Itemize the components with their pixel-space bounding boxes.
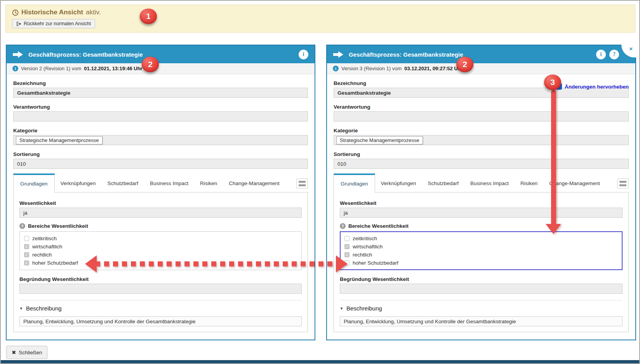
dashed-double-arrow bbox=[85, 255, 348, 272]
logout-icon bbox=[16, 21, 21, 26]
tab-bar: Grundlagen Verknüpfungen Schutzbedarf Bu… bbox=[13, 173, 308, 192]
window-bottom-edge bbox=[1, 360, 639, 363]
begruendung-field[interactable] bbox=[19, 284, 302, 294]
beschreibung-collapse-header[interactable]: ▼ Beschreibung bbox=[340, 305, 623, 312]
checkbox-label: rechtlich bbox=[32, 252, 52, 258]
panel-title: Geschäftsprozess: Gesamtbankstrategie bbox=[349, 51, 463, 58]
banner-title: Historische Ansicht bbox=[21, 9, 83, 16]
begruendung-label: Begründung Wesentlichkeit bbox=[19, 276, 302, 282]
tab-verknuepfungen[interactable]: Verknüpfungen bbox=[375, 175, 422, 192]
kategorie-field[interactable]: Strategische Managementprozesse bbox=[334, 135, 629, 145]
return-to-normal-view-button[interactable]: Rückkehr zur normalen Ansicht bbox=[12, 19, 95, 28]
version-datetime: 03.12.2021, 09:27:52 Uhr bbox=[404, 66, 463, 71]
kategorie-label: Kategorie bbox=[13, 128, 308, 133]
info-icon[interactable]: i bbox=[596, 50, 606, 59]
tab-content-grundlagen: Wesentlichkeit ja ? Bereiche Wesentlichk… bbox=[334, 192, 629, 332]
checkbox-label: hoher Schutzbedarf bbox=[32, 260, 78, 266]
wesentlichkeit-field[interactable]: ja bbox=[340, 208, 623, 218]
sortierung-label: Sortierung bbox=[13, 151, 308, 157]
begruendung-field[interactable] bbox=[340, 284, 623, 294]
panel-version-2: Geschäftsprozess: Gesamtbankstrategie i … bbox=[6, 45, 315, 340]
panel-header: Geschäftsprozess: Gesamtbankstrategie i bbox=[7, 45, 315, 63]
tab-menu-icon[interactable] bbox=[617, 179, 629, 189]
banner-heading: Historische Ansicht aktiv. bbox=[12, 9, 629, 16]
collapse-triangle-icon: ▼ bbox=[340, 307, 343, 310]
tab-verknuepfungen[interactable]: Verknüpfungen bbox=[55, 175, 102, 192]
close-button[interactable]: ✖ Schließen bbox=[6, 346, 47, 359]
historical-view-banner: Historische Ansicht aktiv. Rückkehr zur … bbox=[5, 5, 635, 33]
banner-title-suffix: aktiv. bbox=[86, 9, 101, 16]
wesentlichkeit-field[interactable]: ja bbox=[19, 208, 302, 218]
tab-change-management[interactable]: Change-Management bbox=[223, 175, 285, 192]
checkbox-wirtschaftlich[interactable]: ✓ bbox=[24, 244, 29, 249]
kategorie-chip[interactable]: Strategische Managementprozesse bbox=[16, 136, 103, 144]
begruendung-label: Begründung Wesentlichkeit bbox=[340, 276, 623, 282]
close-button-label: Schließen bbox=[19, 350, 42, 355]
divider bbox=[340, 300, 623, 300]
tab-grundlagen[interactable]: Grundlagen bbox=[13, 173, 55, 192]
kategorie-field[interactable]: Strategische Managementprozesse bbox=[13, 135, 308, 145]
panel-title: Geschäftsprozess: Gesamtbankstrategie bbox=[28, 51, 143, 58]
info-icon[interactable]: i bbox=[299, 50, 308, 59]
kategorie-chip[interactable]: Strategische Managementprozesse bbox=[336, 136, 423, 144]
beschreibung-label: Beschreibung bbox=[26, 305, 62, 312]
version-bar: i Version 3 (Revision 1) vom 03.12.2021,… bbox=[327, 63, 635, 74]
callout-badge-1: 1 bbox=[140, 9, 157, 24]
tab-schutzbedarf[interactable]: Schutzbedarf bbox=[101, 175, 144, 192]
checkbox-row-wirtschaftlich: ✓ wirtschaftlich bbox=[24, 243, 297, 251]
bezeichnung-field[interactable]: Gesamtbankstrategie bbox=[13, 88, 308, 98]
checkbox-label: zeitkritisch bbox=[32, 236, 57, 241]
tab-business-impact[interactable]: Business Impact bbox=[464, 175, 515, 192]
verantwortung-field[interactable] bbox=[13, 111, 308, 121]
clock-icon bbox=[12, 9, 19, 16]
tab-risiken[interactable]: Risiken bbox=[515, 175, 543, 192]
beschreibung-field[interactable]: Planung, Entwicklung, Umsetzung und Kont… bbox=[340, 316, 623, 326]
help-icon[interactable]: ? bbox=[19, 223, 25, 229]
return-button-label: Rückkehr zur normalen Ansicht bbox=[24, 21, 91, 26]
info-circle-icon: i bbox=[333, 66, 339, 71]
sortierung-field[interactable]: 010 bbox=[13, 159, 308, 169]
verantwortung-label: Verantwortung bbox=[13, 104, 308, 110]
tab-risiken[interactable]: Risiken bbox=[194, 175, 223, 192]
bereiche-wesentlichkeit-label: Bereiche Wesentlichkeit bbox=[348, 223, 409, 229]
close-x-icon: × bbox=[629, 45, 633, 52]
arrow-head-right-icon bbox=[336, 255, 348, 272]
verantwortung-field[interactable] bbox=[334, 111, 629, 121]
sortierung-field[interactable]: 010 bbox=[334, 159, 629, 169]
historical-view-compare-page: { "banner": { "title_bold": "Historische… bbox=[0, 0, 640, 364]
checkbox-hoher-schutzbedarf[interactable]: ✓ bbox=[24, 260, 29, 265]
tab-schutzbedarf[interactable]: Schutzbedarf bbox=[422, 175, 464, 192]
highlight-changes-toggle[interactable]: ✓ Änderungen hervorheben bbox=[556, 83, 629, 90]
beschreibung-collapse-header[interactable]: ▼ Beschreibung bbox=[19, 305, 302, 312]
close-x-icon: ✖ bbox=[12, 349, 16, 355]
wesentlichkeit-label: Wesentlichkeit bbox=[19, 200, 302, 206]
help-icon[interactable]: ? bbox=[340, 223, 346, 229]
checkbox-zeitkritisch[interactable]: ✓ bbox=[344, 236, 350, 241]
checkbox-label: zeitkritisch bbox=[353, 236, 377, 241]
panel-header: Geschäftsprozess: Gesamtbankstrategie i … bbox=[327, 45, 635, 63]
version-text: Version 2 (Revision 1) vom bbox=[21, 66, 81, 71]
arrow-right-icon bbox=[13, 51, 23, 58]
verantwortung-label: Verantwortung bbox=[334, 104, 629, 110]
bereiche-wesentlichkeit-label: Bereiche Wesentlichkeit bbox=[28, 223, 88, 229]
checkbox-label: hoher Schutzbedarf bbox=[353, 260, 398, 266]
checkbox-row-zeitkritisch: ✓ zeitkritisch bbox=[344, 234, 618, 243]
help-icon[interactable]: ? bbox=[609, 50, 619, 59]
checkbox-wirtschaftlich[interactable]: ✓ bbox=[344, 244, 350, 249]
tab-menu-icon[interactable] bbox=[296, 179, 308, 189]
checkbox-zeitkritisch[interactable]: ✓ bbox=[24, 236, 29, 241]
bezeichnung-label: Bezeichnung bbox=[13, 80, 308, 86]
panel-content: Bezeichnung Gesamtbankstrategie Verantwo… bbox=[7, 80, 315, 332]
checkbox-row-zeitkritisch: ✓ zeitkritisch bbox=[24, 234, 297, 243]
tab-business-impact[interactable]: Business Impact bbox=[144, 175, 194, 192]
beschreibung-field[interactable]: Planung, Entwicklung, Umsetzung und Kont… bbox=[19, 316, 302, 326]
arrow-dashes bbox=[95, 261, 337, 266]
checkbox-label: rechtlich bbox=[353, 252, 372, 258]
collapse-triangle-icon: ▼ bbox=[19, 307, 23, 310]
highlight-changes-label: Änderungen hervorheben bbox=[565, 84, 629, 90]
tab-grundlagen[interactable]: Grundlagen bbox=[334, 173, 375, 192]
checkbox-row-rechtlich: ✓ rechtlich bbox=[344, 251, 618, 259]
checkbox-rechtlich[interactable]: ✓ bbox=[24, 252, 29, 257]
divider bbox=[19, 300, 302, 300]
arrow-shaft bbox=[551, 90, 556, 224]
